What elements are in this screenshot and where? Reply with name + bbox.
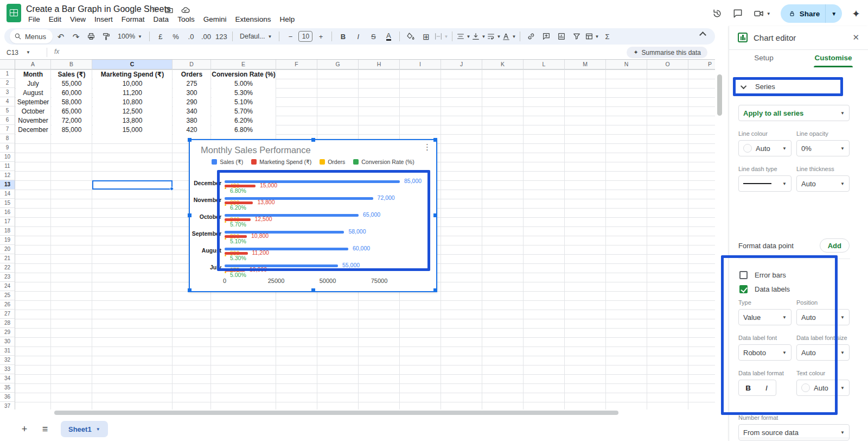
row-header-24[interactable]: 24: [0, 282, 15, 291]
fill-color-button[interactable]: [404, 30, 418, 43]
row-header-19[interactable]: 19: [0, 236, 15, 245]
data-label-bold-button[interactable]: B: [739, 380, 757, 395]
row-header-31[interactable]: 31: [0, 346, 15, 356]
row-header-33[interactable]: 33: [0, 365, 15, 374]
series-section-header[interactable]: Series: [736, 80, 840, 93]
embedded-chart[interactable]: Monthly Sales Performance ⋮ Sales (₹)Mar…: [189, 139, 437, 292]
grid-cell[interactable]: 300: [173, 89, 210, 98]
grid-cell[interactable]: September: [16, 98, 50, 107]
grid-cell[interactable]: 5.70%: [212, 107, 276, 116]
gemini-sparkle-icon[interactable]: ✦: [852, 8, 860, 20]
grid-cell[interactable]: August: [16, 89, 50, 98]
chart-bar-group-August[interactable]: August60,00030011,2005.30%: [190, 245, 436, 262]
column-header-I[interactable]: I: [400, 60, 441, 70]
row-header-34[interactable]: 34: [0, 374, 15, 383]
menu-file[interactable]: File: [25, 15, 43, 24]
grid-cell[interactable]: 5.30%: [212, 89, 276, 98]
meet-camera-icon[interactable]: [753, 8, 764, 19]
grid-cell[interactable]: 10,000: [93, 79, 172, 89]
bar-marketing[interactable]: [225, 218, 251, 221]
row-header-2[interactable]: 2: [0, 79, 15, 88]
horizontal-scrollbar[interactable]: [0, 410, 715, 416]
grid-cell[interactable]: 12,500: [93, 107, 172, 116]
text-color-button[interactable]: A: [381, 30, 395, 43]
grid-cell[interactable]: 5.00%: [212, 79, 276, 89]
summarize-data-button[interactable]: ✦ Summarise this data: [627, 47, 707, 58]
bar-orders[interactable]: [225, 238, 226, 240]
horizontal-scrollbar-thumb[interactable]: [54, 411, 618, 415]
name-box[interactable]: C13▼: [0, 46, 41, 59]
sheets-logo-icon[interactable]: [7, 4, 21, 22]
bar-sales[interactable]: [225, 214, 359, 217]
grid-cell[interactable]: 13,800: [93, 116, 172, 125]
chart-resize-handle[interactable]: [433, 213, 437, 217]
row-header-13[interactable]: 13: [0, 180, 15, 190]
row-header-3[interactable]: 3: [0, 88, 15, 97]
text-wrap-button[interactable]: ▼: [487, 30, 501, 43]
paint-format-button[interactable]: [99, 30, 113, 43]
chart-bar-group-November[interactable]: November72,00038013,8006.20%: [190, 195, 436, 212]
column-headers[interactable]: ABCDEFGHIJKLMNOP: [0, 60, 715, 70]
menu-insert[interactable]: Insert: [91, 15, 116, 24]
bar-orders[interactable]: [225, 255, 226, 256]
row-header-8[interactable]: 8: [0, 134, 15, 143]
menu-format[interactable]: Format: [118, 15, 148, 24]
insert-chart-button[interactable]: [554, 30, 569, 43]
grid-cell[interactable]: 58,000: [52, 98, 92, 107]
grid-cell[interactable]: Marketing Spend (₹): [93, 70, 172, 79]
row-header-12[interactable]: 12: [0, 171, 15, 180]
grid-cell[interactable]: December: [16, 125, 50, 135]
italic-button[interactable]: I: [351, 30, 365, 43]
grid-cell[interactable]: 85,000: [52, 125, 92, 135]
row-header-26[interactable]: 26: [0, 300, 15, 310]
line-colour-select[interactable]: Auto▼: [738, 140, 792, 156]
bar-marketing[interactable]: [225, 235, 247, 238]
create-filter-button[interactable]: [570, 30, 584, 43]
bar-marketing[interactable]: [225, 252, 248, 255]
row-header-21[interactable]: 21: [0, 254, 15, 263]
grid-cell[interactable]: 420: [173, 125, 210, 135]
data-label-italic-button[interactable]: I: [757, 380, 776, 395]
row-header-6[interactable]: 6: [0, 116, 15, 125]
grid-cell[interactable]: Orders: [173, 70, 210, 79]
chart-options-icon[interactable]: ⋮: [423, 142, 432, 152]
vertical-align-button[interactable]: ▼: [471, 30, 486, 43]
chart-resize-handle[interactable]: [188, 213, 192, 217]
row-header-20[interactable]: 20: [0, 245, 15, 254]
share-button[interactable]: Share ▼: [781, 4, 842, 23]
bar-marketing[interactable]: [225, 269, 245, 272]
text-rotation-button[interactable]: ▼: [502, 30, 516, 43]
column-header-N[interactable]: N: [606, 60, 647, 70]
bar-sales[interactable]: [225, 248, 348, 250]
bar-orders[interactable]: [225, 187, 226, 189]
active-cell-C13[interactable]: [92, 180, 173, 190]
decrease-font-size-button[interactable]: −: [283, 30, 297, 43]
grid-cell[interactable]: 290: [173, 98, 210, 107]
row-header-4[interactable]: 4: [0, 97, 15, 106]
row-header-28[interactable]: 28: [0, 319, 15, 328]
chart-resize-handle[interactable]: [433, 288, 437, 292]
grid-cell[interactable]: 72,000: [52, 116, 92, 125]
chart-resize-handle[interactable]: [311, 138, 315, 142]
row-header-23[interactable]: 23: [0, 273, 15, 282]
column-header-B[interactable]: B: [51, 60, 92, 70]
line-dash-select[interactable]: ▼: [738, 175, 792, 192]
spreadsheet-grid[interactable]: 1234567891011121314151617181920212223242…: [0, 60, 715, 416]
apply-to-all-series-select[interactable]: Apply to all series▼: [738, 105, 850, 121]
more-formats-button[interactable]: 123: [214, 30, 228, 43]
row-header-29[interactable]: 29: [0, 328, 15, 337]
add-sheet-button[interactable]: +: [16, 421, 33, 437]
table-views-button[interactable]: ▼: [585, 30, 599, 43]
select-all-corner[interactable]: [0, 60, 15, 70]
grid-cell[interactable]: 11,200: [93, 89, 172, 98]
horizontal-align-button[interactable]: ▼: [456, 30, 470, 43]
row-header-22[interactable]: 22: [0, 263, 15, 273]
column-header-H[interactable]: H: [359, 60, 400, 70]
bar-orders[interactable]: [225, 272, 226, 273]
column-header-J[interactable]: J: [441, 60, 482, 70]
bar-sales[interactable]: [225, 231, 344, 234]
column-header-A[interactable]: A: [15, 60, 51, 70]
grid-cell[interactable]: 65,000: [52, 107, 92, 116]
column-header-L[interactable]: L: [524, 60, 565, 70]
grid-cell[interactable]: 340: [173, 107, 210, 116]
